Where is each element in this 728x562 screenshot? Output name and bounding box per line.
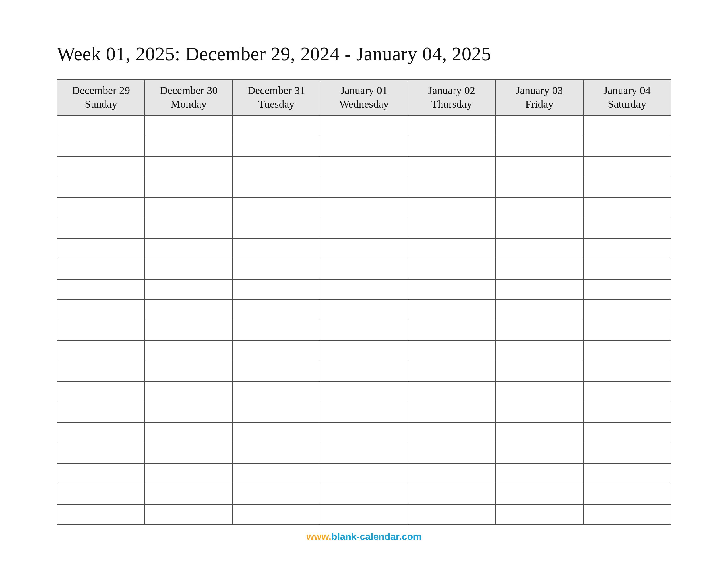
calendar-cell[interactable]	[57, 198, 145, 218]
calendar-cell[interactable]	[233, 341, 320, 361]
calendar-cell[interactable]	[57, 136, 145, 157]
calendar-cell[interactable]	[233, 402, 320, 422]
calendar-cell[interactable]	[320, 320, 408, 341]
calendar-cell[interactable]	[233, 116, 320, 136]
calendar-cell[interactable]	[320, 218, 408, 239]
calendar-cell[interactable]	[583, 157, 671, 177]
calendar-cell[interactable]	[233, 279, 320, 300]
calendar-cell[interactable]	[320, 504, 408, 525]
calendar-cell[interactable]	[233, 422, 320, 443]
calendar-cell[interactable]	[57, 239, 145, 259]
calendar-cell[interactable]	[233, 198, 320, 218]
calendar-cell[interactable]	[583, 341, 671, 361]
calendar-cell[interactable]	[320, 136, 408, 157]
calendar-cell[interactable]	[57, 300, 145, 320]
calendar-cell[interactable]	[145, 300, 232, 320]
calendar-cell[interactable]	[57, 504, 145, 525]
calendar-cell[interactable]	[495, 116, 583, 136]
calendar-cell[interactable]	[320, 300, 408, 320]
calendar-cell[interactable]	[408, 422, 495, 443]
calendar-cell[interactable]	[495, 443, 583, 463]
calendar-cell[interactable]	[320, 381, 408, 402]
calendar-cell[interactable]	[145, 259, 232, 279]
calendar-cell[interactable]	[495, 484, 583, 504]
calendar-cell[interactable]	[408, 218, 495, 239]
calendar-cell[interactable]	[408, 484, 495, 504]
calendar-cell[interactable]	[320, 422, 408, 443]
calendar-cell[interactable]	[320, 259, 408, 279]
calendar-cell[interactable]	[57, 484, 145, 504]
calendar-cell[interactable]	[495, 136, 583, 157]
calendar-cell[interactable]	[233, 381, 320, 402]
calendar-cell[interactable]	[495, 177, 583, 198]
calendar-cell[interactable]	[145, 136, 232, 157]
calendar-cell[interactable]	[145, 422, 232, 443]
calendar-cell[interactable]	[320, 341, 408, 361]
calendar-cell[interactable]	[145, 443, 232, 463]
calendar-cell[interactable]	[495, 300, 583, 320]
calendar-cell[interactable]	[57, 463, 145, 484]
calendar-cell[interactable]	[495, 361, 583, 381]
calendar-cell[interactable]	[233, 136, 320, 157]
calendar-cell[interactable]	[583, 463, 671, 484]
calendar-cell[interactable]	[583, 259, 671, 279]
calendar-cell[interactable]	[408, 381, 495, 402]
calendar-cell[interactable]	[320, 279, 408, 300]
calendar-cell[interactable]	[495, 279, 583, 300]
calendar-cell[interactable]	[145, 504, 232, 525]
calendar-cell[interactable]	[320, 402, 408, 422]
calendar-cell[interactable]	[57, 259, 145, 279]
calendar-cell[interactable]	[495, 320, 583, 341]
calendar-cell[interactable]	[233, 361, 320, 381]
calendar-cell[interactable]	[233, 259, 320, 279]
calendar-cell[interactable]	[57, 116, 145, 136]
calendar-cell[interactable]	[233, 484, 320, 504]
calendar-cell[interactable]	[145, 157, 232, 177]
calendar-cell[interactable]	[408, 177, 495, 198]
calendar-cell[interactable]	[233, 320, 320, 341]
calendar-cell[interactable]	[145, 279, 232, 300]
calendar-cell[interactable]	[233, 177, 320, 198]
calendar-cell[interactable]	[145, 361, 232, 381]
calendar-cell[interactable]	[233, 443, 320, 463]
calendar-cell[interactable]	[145, 341, 232, 361]
calendar-cell[interactable]	[583, 177, 671, 198]
calendar-cell[interactable]	[408, 443, 495, 463]
calendar-cell[interactable]	[583, 443, 671, 463]
calendar-cell[interactable]	[408, 279, 495, 300]
calendar-cell[interactable]	[408, 300, 495, 320]
calendar-cell[interactable]	[320, 443, 408, 463]
calendar-cell[interactable]	[57, 381, 145, 402]
calendar-cell[interactable]	[408, 504, 495, 525]
calendar-cell[interactable]	[145, 239, 232, 259]
calendar-cell[interactable]	[583, 381, 671, 402]
calendar-cell[interactable]	[583, 218, 671, 239]
calendar-cell[interactable]	[495, 218, 583, 239]
calendar-cell[interactable]	[57, 443, 145, 463]
calendar-cell[interactable]	[320, 484, 408, 504]
calendar-cell[interactable]	[57, 402, 145, 422]
calendar-cell[interactable]	[408, 136, 495, 157]
calendar-cell[interactable]	[145, 320, 232, 341]
calendar-cell[interactable]	[583, 136, 671, 157]
calendar-cell[interactable]	[57, 157, 145, 177]
calendar-cell[interactable]	[233, 218, 320, 239]
calendar-cell[interactable]	[408, 463, 495, 484]
calendar-cell[interactable]	[145, 381, 232, 402]
calendar-cell[interactable]	[495, 463, 583, 484]
calendar-cell[interactable]	[495, 341, 583, 361]
calendar-cell[interactable]	[57, 361, 145, 381]
calendar-cell[interactable]	[320, 463, 408, 484]
calendar-cell[interactable]	[145, 402, 232, 422]
calendar-cell[interactable]	[145, 198, 232, 218]
calendar-cell[interactable]	[233, 300, 320, 320]
calendar-cell[interactable]	[408, 320, 495, 341]
calendar-cell[interactable]	[408, 239, 495, 259]
calendar-cell[interactable]	[583, 504, 671, 525]
calendar-cell[interactable]	[233, 157, 320, 177]
calendar-cell[interactable]	[57, 422, 145, 443]
calendar-cell[interactable]	[57, 320, 145, 341]
calendar-cell[interactable]	[583, 484, 671, 504]
calendar-cell[interactable]	[583, 279, 671, 300]
calendar-cell[interactable]	[408, 116, 495, 136]
